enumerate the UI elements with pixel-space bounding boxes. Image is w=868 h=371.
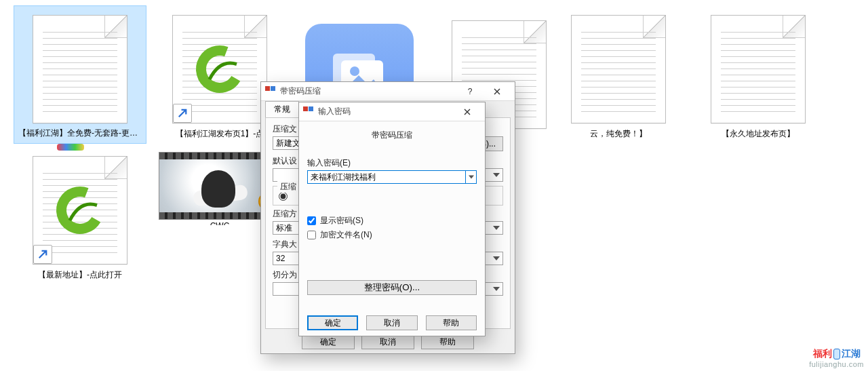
show-password-checkbox[interactable] xyxy=(307,216,316,225)
file-item[interactable]: 【永久地址发布页】 xyxy=(692,5,825,144)
encrypt-names-checkbox[interactable] xyxy=(307,231,316,239)
compress-group-legend: 压缩 xyxy=(277,181,299,193)
dialog-title: 输入密码 xyxy=(318,106,351,117)
bottle-icon xyxy=(833,349,840,359)
dialog-title: 带密码压缩 xyxy=(280,85,321,97)
close-button[interactable] xyxy=(484,82,511,101)
tab-general[interactable]: 常规 xyxy=(265,101,299,117)
watermark-right: 江湖 xyxy=(842,348,861,360)
svg-point-4 xyxy=(54,184,105,235)
shortcut-arrow-icon xyxy=(173,104,192,123)
close-button[interactable] xyxy=(454,102,481,121)
text-file-icon xyxy=(571,15,666,123)
password-input[interactable] xyxy=(307,170,466,184)
watermark-left: 福利 xyxy=(813,348,832,360)
text-file-icon xyxy=(711,15,806,123)
text-file-icon xyxy=(172,15,267,123)
file-label: 【福利江湖】全免费-无套路-更新快 xyxy=(17,126,143,140)
file-item[interactable]: 【福利江湖】全免费-无套路-更新快 xyxy=(14,5,146,144)
file-label: 【最新地址】-点此打开 xyxy=(16,268,144,282)
decorative-chip xyxy=(57,144,84,151)
shortcut-arrow-icon xyxy=(33,245,52,264)
organize-passwords-button[interactable]: 整理密码(O)... xyxy=(307,280,477,295)
show-password-label: 显示密码(S) xyxy=(320,215,363,227)
help-button[interactable]: 帮助 xyxy=(426,315,477,330)
file-label: 云，纯免费！】 xyxy=(555,127,682,141)
text-file-icon xyxy=(33,15,127,123)
encrypt-names-label: 加密文件名(N) xyxy=(320,229,372,241)
titlebar[interactable]: 输入密码 xyxy=(299,102,485,121)
text-file-icon xyxy=(33,156,127,265)
app-icon xyxy=(265,86,276,97)
ok-button[interactable]: 确定 xyxy=(307,315,358,330)
file-label: 【永久地址发布页】 xyxy=(694,127,822,141)
dialog-heading: 带密码压缩 xyxy=(307,130,477,141)
file-item[interactable]: 云，纯免费！】 xyxy=(552,5,685,144)
dropdown-button[interactable] xyxy=(466,170,477,184)
watermark: 福利 江湖 fulijianghu.com xyxy=(809,348,864,368)
svg-point-3 xyxy=(350,66,359,76)
file-item[interactable]: 【最新地址】-点此打开 xyxy=(14,147,146,285)
browser-e-icon xyxy=(53,183,107,237)
compress-radio[interactable] xyxy=(279,192,288,201)
titlebar[interactable]: 带密码压缩 ? xyxy=(261,82,515,101)
ok-button[interactable]: 确定 xyxy=(302,334,355,349)
password-label: 输入密码(E) xyxy=(307,157,477,169)
cancel-button[interactable]: 取消 xyxy=(361,334,414,349)
help-button[interactable]: ? xyxy=(456,82,484,101)
browser-e-icon xyxy=(193,42,247,96)
svg-point-0 xyxy=(194,43,245,94)
cancel-button[interactable]: 取消 xyxy=(366,315,417,330)
help-button[interactable]: 帮助 xyxy=(421,334,474,349)
app-icon xyxy=(303,106,314,117)
watermark-url: fulijianghu.com xyxy=(809,360,864,368)
password-dialog: 输入密码 带密码压缩 输入密码(E) 显示密码(S) 加密文件名(N) 整理密码… xyxy=(298,102,486,336)
